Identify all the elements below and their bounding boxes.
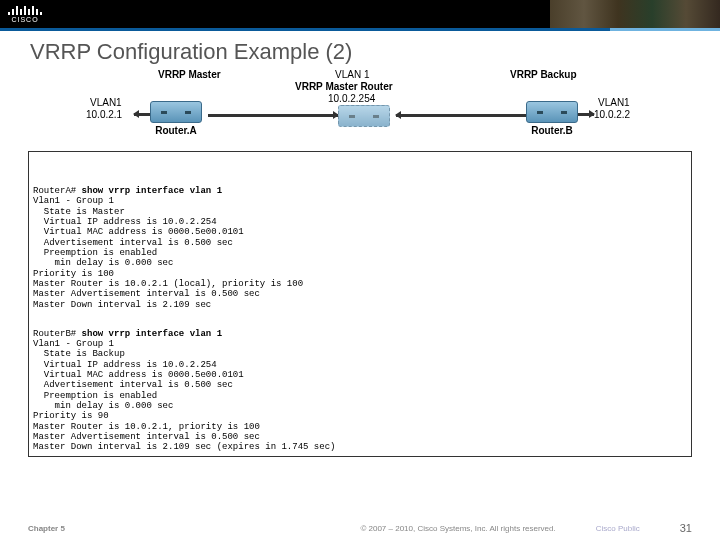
accent-bar: [0, 28, 720, 31]
router-icon: [338, 105, 390, 127]
right-router-name: Router.B: [526, 125, 578, 136]
cli-b-cmd: show vrrp interface vlan 1: [82, 329, 222, 339]
right-ip: 10.0.2.2: [594, 109, 630, 120]
left-router-name: Router.A: [150, 125, 202, 136]
cli-output-box: RouterA# show vrrp interface vlan 1 Vlan…: [28, 151, 692, 457]
top-bar: CISCO: [0, 0, 720, 28]
left-vlan: VLAN1: [90, 97, 122, 108]
router-icon: [150, 101, 202, 123]
right-vlan: VLAN1: [598, 97, 630, 108]
master-role-label: VRRP Master Router: [295, 81, 393, 92]
slide-title: VRRP Configuration Example (2): [0, 31, 720, 69]
right-role: VRRP Backup: [510, 69, 577, 80]
cli-a-cmd: show vrrp interface vlan 1: [82, 186, 222, 196]
cli-b-prompt: RouterB#: [33, 329, 82, 339]
router-icon: [526, 101, 578, 123]
slide-footer: Chapter 5 © 2007 – 2010, Cisco Systems, …: [0, 522, 720, 534]
logo-bars-icon: [8, 5, 42, 15]
network-diagram: VLAN 1 VRRP Master Router 10.0.2.254 VRR…: [50, 69, 670, 151]
vlan-top-label: VLAN 1: [335, 69, 369, 80]
copyright: © 2007 – 2010, Cisco Systems, Inc. All r…: [360, 524, 555, 533]
left-ip: 10.0.2.1: [86, 109, 122, 120]
cli-a-prompt: RouterA#: [33, 186, 82, 196]
public-label: Cisco Public: [596, 524, 640, 533]
brand-logo: CISCO: [8, 5, 42, 23]
left-role: VRRP Master: [158, 69, 221, 80]
header-photo-strip: [550, 0, 720, 28]
cli-b-lines: Vlan1 - Group 1 State is Backup Virtual …: [33, 339, 335, 452]
cli-a-lines: Vlan1 - Group 1 State is Master Virtual …: [33, 196, 303, 309]
brand-name: CISCO: [11, 16, 38, 23]
page-number: 31: [680, 522, 692, 534]
chapter-label: Chapter 5: [28, 524, 65, 533]
